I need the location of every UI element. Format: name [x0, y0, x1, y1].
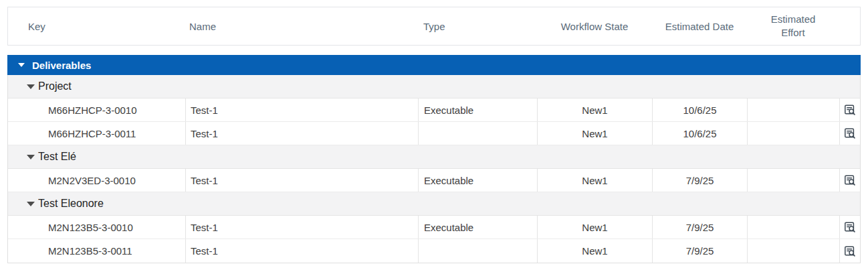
cell-type	[418, 122, 537, 145]
column-header-estimated-date: Estimated Date	[652, 7, 747, 45]
cell-workflow-state: New1	[537, 169, 652, 192]
cell-estimated-effort	[747, 169, 839, 192]
cell-type: Executable	[418, 169, 537, 192]
cell-workflow-state: New1	[537, 122, 652, 145]
cell-estimated-date: 7/9/25	[652, 169, 747, 192]
cell-workflow-state: New1	[537, 216, 652, 239]
cell-name: Test-1	[185, 169, 418, 192]
triangle-down-icon[interactable]	[27, 84, 35, 89]
cell-name: Test-1	[185, 239, 418, 263]
table-row[interactable]: M2N123B5-3-0011 Test-1 New1 7/9/25	[8, 239, 860, 263]
group-row[interactable]: Project	[8, 75, 860, 98]
section-label: Deliverables	[32, 60, 91, 71]
cell-estimated-effort	[747, 98, 839, 121]
cell-key: M66HZHCP-3-0011	[8, 122, 185, 145]
cell-name: Test-1	[185, 122, 418, 145]
cell-workflow-state: New1	[537, 239, 652, 263]
triangle-down-icon[interactable]	[27, 155, 35, 159]
document-preview-icon[interactable]	[844, 221, 856, 233]
cell-type	[418, 239, 537, 263]
column-header-actions	[839, 7, 860, 45]
row-action-cell[interactable]	[839, 216, 860, 239]
column-header-type: Type	[418, 7, 537, 45]
cell-estimated-effort	[747, 239, 839, 263]
cell-type: Executable	[418, 216, 537, 239]
cell-estimated-effort	[747, 216, 839, 239]
document-preview-icon[interactable]	[844, 127, 856, 139]
group-row[interactable]: Test Elé	[8, 145, 860, 169]
cell-workflow-state: New1	[537, 98, 652, 121]
table-row[interactable]: M2N123B5-3-0010 Test-1 Executable New1 7…	[8, 216, 860, 239]
table-row[interactable]: M2N2V3ED-3-0010 Test-1 Executable New1 7…	[8, 169, 860, 192]
cell-key: M2N123B5-3-0011	[8, 239, 185, 263]
table-header: Key Name Type Workflow State Estimated D…	[7, 7, 861, 46]
table-row[interactable]: M66HZHCP-3-0010 Test-1 Executable New1 1…	[8, 98, 860, 122]
cell-estimated-date: 10/6/25	[652, 122, 747, 145]
table-row[interactable]: M66HZHCP-3-0011 Test-1 New1 10/6/25	[8, 122, 860, 145]
column-header-name: Name	[185, 7, 418, 45]
section-header-deliverables[interactable]: Deliverables	[7, 55, 861, 75]
triangle-down-icon[interactable]	[18, 63, 25, 67]
cell-key: M2N2V3ED-3-0010	[8, 169, 185, 192]
group-label: Project	[38, 80, 72, 92]
triangle-down-icon[interactable]	[27, 202, 35, 206]
cell-name: Test-1	[185, 216, 418, 239]
cell-type: Executable	[418, 98, 537, 121]
row-action-cell[interactable]	[839, 239, 860, 263]
table-body: Project M66HZHCP-3-0010 Test-1 Executabl…	[7, 75, 861, 263]
column-header-workflow-state: Workflow State	[537, 7, 652, 45]
column-header-key: Key	[8, 7, 185, 45]
cell-key: M66HZHCP-3-0010	[8, 98, 185, 121]
group-row[interactable]: Test Eleonore	[8, 192, 860, 216]
deliverables-table: Key Name Type Workflow State Estimated D…	[7, 7, 861, 263]
cell-name: Test-1	[185, 98, 418, 121]
document-preview-icon[interactable]	[844, 104, 856, 116]
row-action-cell[interactable]	[839, 98, 860, 121]
cell-estimated-date: 10/6/25	[652, 98, 747, 121]
cell-estimated-effort	[747, 122, 839, 145]
document-preview-icon[interactable]	[844, 174, 856, 186]
column-header-estimated-effort: Estimated Effort	[747, 7, 839, 45]
group-label: Test Elé	[38, 151, 76, 163]
cell-estimated-date: 7/9/25	[652, 239, 747, 263]
cell-estimated-date: 7/9/25	[652, 216, 747, 239]
row-action-cell[interactable]	[839, 122, 860, 145]
cell-key: M2N123B5-3-0010	[8, 216, 185, 239]
group-label: Test Eleonore	[38, 198, 104, 210]
row-action-cell[interactable]	[839, 169, 860, 192]
document-preview-icon[interactable]	[844, 245, 856, 257]
